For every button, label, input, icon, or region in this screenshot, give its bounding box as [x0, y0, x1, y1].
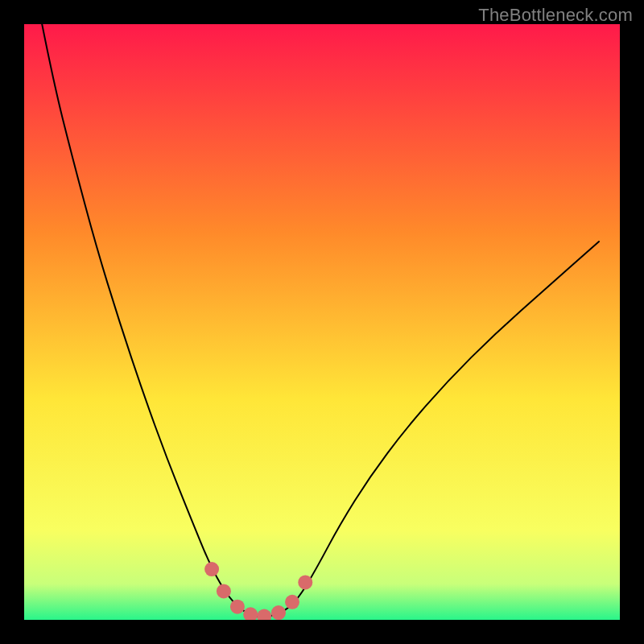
marker-dot: [271, 605, 286, 620]
marker-dot: [217, 584, 231, 598]
plot-area: [24, 24, 620, 620]
watermark: TheBottleneck.com: [478, 5, 633, 26]
gradient-background: [24, 24, 620, 620]
marker-dot: [204, 562, 219, 576]
marker-dot: [285, 595, 299, 609]
chart-svg: [24, 24, 620, 620]
marker-dot: [298, 575, 312, 589]
marker-dot: [230, 600, 245, 614]
